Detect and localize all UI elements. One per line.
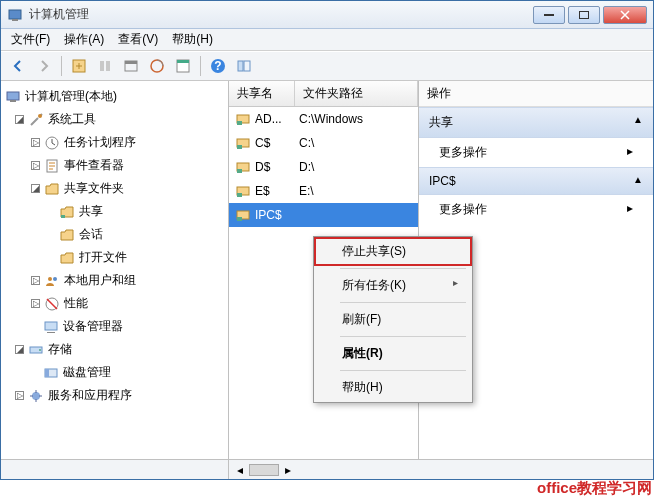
- menu-bar: 文件(F) 操作(A) 查看(V) 帮助(H): [1, 29, 653, 51]
- tree-local-users[interactable]: ▷ 本地用户和组: [3, 269, 226, 292]
- tree-pane: 计算机管理(本地) ◢ 系统工具 ▷ 任务计划程序 ▷ 事件查看器 ◢ 共享文件…: [1, 81, 229, 459]
- ctx-properties[interactable]: 属性(R): [314, 339, 472, 368]
- help-button[interactable]: ?: [207, 55, 229, 77]
- svg-rect-26: [47, 332, 55, 333]
- collapse-icon[interactable]: ◢: [15, 345, 24, 354]
- app-icon: [7, 7, 23, 23]
- menu-separator: [340, 370, 466, 371]
- list-header: 共享名 文件夹路径: [229, 81, 418, 107]
- ctx-all-tasks[interactable]: 所有任务(K) ▸: [314, 271, 472, 300]
- close-button[interactable]: [603, 6, 647, 24]
- back-button[interactable]: [7, 55, 29, 77]
- expand-icon[interactable]: ▷: [31, 276, 40, 285]
- list-row-selected[interactable]: IPC$: [229, 203, 418, 227]
- svg-rect-3: [580, 11, 589, 18]
- tree-root[interactable]: 计算机管理(本地): [3, 85, 226, 108]
- svg-rect-6: [106, 61, 110, 71]
- column-share-name[interactable]: 共享名: [229, 81, 295, 106]
- toolbar-button-2[interactable]: [94, 55, 116, 77]
- action-section-ipc[interactable]: IPC$ ▲: [419, 167, 653, 195]
- tree-sessions[interactable]: 会话: [3, 223, 226, 246]
- submenu-arrow-icon: ▸: [453, 277, 458, 294]
- tree-event-viewer[interactable]: ▷ 事件查看器: [3, 154, 226, 177]
- list-row[interactable]: D$ D:\: [229, 155, 418, 179]
- svg-rect-30: [45, 369, 49, 377]
- column-folder-path[interactable]: 文件夹路径: [295, 81, 418, 106]
- status-bar: ◂ ▸: [1, 459, 653, 479]
- svg-rect-25: [45, 322, 57, 330]
- share-icon: [235, 159, 251, 175]
- scrollbar-area[interactable]: ◂ ▸: [229, 463, 299, 477]
- tree-performance[interactable]: ▷ 性能: [3, 292, 226, 315]
- share-icon: [235, 135, 251, 151]
- share-icon: [235, 183, 251, 199]
- expand-icon[interactable]: ▷: [31, 138, 40, 147]
- users-icon: [44, 273, 60, 289]
- svg-rect-33: [237, 121, 242, 125]
- svg-rect-5: [100, 61, 104, 71]
- collapse-icon[interactable]: ◢: [15, 115, 24, 124]
- svg-point-22: [48, 277, 52, 281]
- maximize-button[interactable]: [568, 6, 600, 24]
- ctx-stop-share[interactable]: 停止共享(S): [314, 237, 472, 266]
- tree-shared-folders[interactable]: ◢ 共享文件夹: [3, 177, 226, 200]
- collapse-icon[interactable]: ◢: [31, 184, 40, 193]
- toolbar-button-4[interactable]: [146, 55, 168, 77]
- svg-rect-14: [238, 61, 243, 71]
- svg-rect-2: [544, 14, 554, 16]
- svg-text:?: ?: [214, 59, 221, 73]
- tree-shares[interactable]: 共享: [3, 200, 226, 223]
- tree-open-files[interactable]: 打开文件: [3, 246, 226, 269]
- action-section-shares[interactable]: 共享 ▲: [419, 107, 653, 138]
- scroll-thumb[interactable]: [249, 464, 279, 476]
- chevron-right-icon: ▸: [627, 144, 633, 161]
- ctx-help[interactable]: 帮助(H): [314, 373, 472, 402]
- expand-icon[interactable]: ▷: [31, 161, 40, 170]
- share-icon: [235, 207, 251, 223]
- window-controls: [533, 6, 647, 24]
- device-icon: [43, 319, 59, 335]
- folder-icon: [59, 227, 75, 243]
- svg-rect-16: [7, 92, 19, 100]
- list-row[interactable]: AD... C:\Windows: [229, 107, 418, 131]
- toolbar-button-1[interactable]: [68, 55, 90, 77]
- expand-icon[interactable]: ▷: [31, 299, 40, 308]
- action-more-1[interactable]: 更多操作 ▸: [419, 138, 653, 167]
- toolbar-button-5[interactable]: [172, 55, 194, 77]
- menu-action[interactable]: 操作(A): [64, 31, 104, 48]
- menu-file[interactable]: 文件(F): [11, 31, 50, 48]
- menu-separator: [340, 302, 466, 303]
- scroll-right-icon[interactable]: ▸: [285, 463, 291, 477]
- chevron-right-icon: ▸: [627, 201, 633, 218]
- svg-rect-35: [237, 145, 242, 149]
- action-more-2[interactable]: 更多操作 ▸: [419, 195, 653, 224]
- computer-icon: [5, 89, 21, 105]
- forward-button[interactable]: [33, 55, 55, 77]
- menu-help[interactable]: 帮助(H): [172, 31, 213, 48]
- menu-view[interactable]: 查看(V): [118, 31, 158, 48]
- list-row[interactable]: E$ E:\: [229, 179, 418, 203]
- shared-folder-icon: [44, 181, 60, 197]
- svg-rect-8: [125, 61, 137, 64]
- collapse-arrow-icon: ▲: [633, 174, 643, 188]
- list-row[interactable]: C$ C:\: [229, 131, 418, 155]
- svg-point-31: [32, 392, 40, 400]
- folder-icon: [59, 204, 75, 220]
- expand-icon[interactable]: ▷: [15, 391, 24, 400]
- scroll-left-icon[interactable]: ◂: [237, 463, 243, 477]
- tree-system-tools[interactable]: ◢ 系统工具: [3, 108, 226, 131]
- tree-device-manager[interactable]: 设备管理器: [3, 315, 226, 338]
- toolbar-button-3[interactable]: [120, 55, 142, 77]
- ctx-refresh[interactable]: 刷新(F): [314, 305, 472, 334]
- svg-point-18: [38, 114, 42, 118]
- tree-storage[interactable]: ◢ 存储: [3, 338, 226, 361]
- tree-disk-manager[interactable]: 磁盘管理: [3, 361, 226, 384]
- minimize-button[interactable]: [533, 6, 565, 24]
- menu-separator: [340, 336, 466, 337]
- toolbar-button-6[interactable]: [233, 55, 255, 77]
- folder-icon: [59, 250, 75, 266]
- event-icon: [44, 158, 60, 174]
- tree-services[interactable]: ▷ 服务和应用程序: [3, 384, 226, 407]
- tree-task-scheduler[interactable]: ▷ 任务计划程序: [3, 131, 226, 154]
- svg-rect-1: [12, 19, 18, 21]
